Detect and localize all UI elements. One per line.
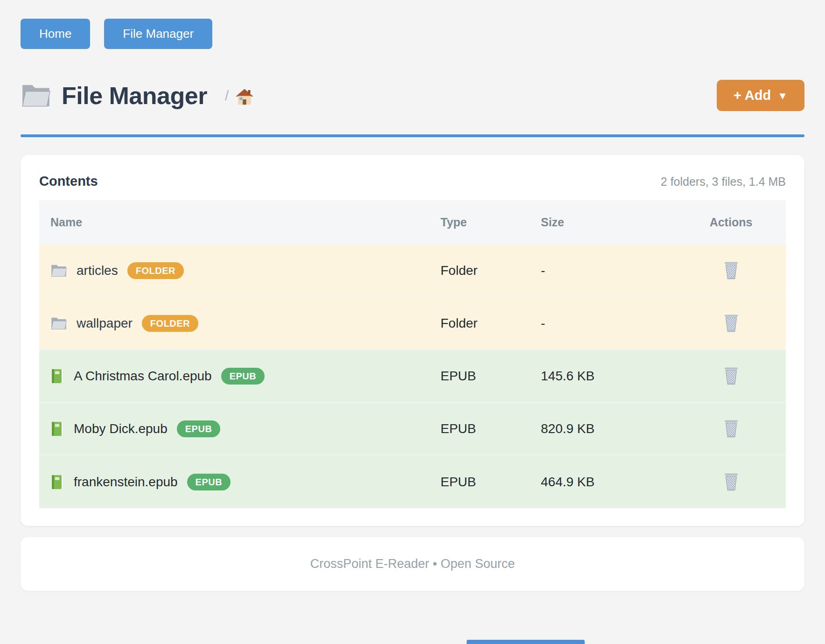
table-row: Moby Dick.epub EPUB EPUB 820.9 KB (39, 403, 786, 455)
row-badge: EPUB (187, 474, 231, 490)
footer-text: CrossPoint E-Reader • Open Source (310, 557, 515, 571)
contents-heading: Contents (39, 174, 98, 189)
house-icon[interactable] (235, 88, 254, 106)
row-size: - (541, 263, 676, 278)
page-title: File Manager (62, 82, 207, 110)
green-book-icon (50, 368, 64, 384)
row-type: EPUB (440, 421, 541, 436)
folder-icon (50, 316, 67, 331)
header-divider (21, 134, 804, 137)
delete-button[interactable] (721, 417, 741, 440)
title-group: File Manager / (21, 82, 254, 110)
footer: CrossPoint E-Reader • Open Source (21, 537, 804, 591)
trash-icon (723, 472, 740, 491)
add-button[interactable]: + Add ▼ (717, 80, 804, 111)
contents-summary: 2 folders, 3 files, 1.4 MB (661, 175, 786, 189)
delete-button[interactable] (721, 470, 741, 493)
row-name-cell: articles FOLDER (39, 262, 440, 279)
chevron-down-icon: ▼ (777, 90, 788, 102)
folder-icon (21, 83, 51, 108)
trash-icon (723, 314, 740, 333)
green-book-icon (50, 421, 64, 437)
page-header: File Manager / + Add ▼ (21, 80, 804, 111)
row-actions-cell (676, 470, 786, 493)
contents-card-header: Contents 2 folders, 3 files, 1.4 MB (39, 174, 786, 189)
clipped-bottom-element (467, 640, 585, 644)
table-row: wallpaper FOLDER Folder - (39, 297, 786, 350)
folder-icon (50, 263, 67, 278)
row-size: - (541, 316, 676, 331)
row-badge: FOLDER (142, 315, 198, 332)
row-size: 820.9 KB (541, 421, 676, 436)
row-actions-cell (676, 417, 786, 440)
row-name-label[interactable]: Moby Dick.epub (74, 421, 168, 436)
row-name-label[interactable]: A Christmas Carol.epub (74, 369, 212, 384)
row-actions-cell (676, 259, 786, 282)
row-type: EPUB (440, 475, 541, 490)
row-name-cell: wallpaper FOLDER (39, 315, 440, 332)
row-actions-cell (676, 312, 786, 335)
contents-card: Contents 2 folders, 3 files, 1.4 MB Name… (21, 155, 804, 526)
file-table: Name Type Size Actions articles FOLDER F… (39, 200, 786, 508)
table-header-row: Name Type Size Actions (39, 200, 786, 245)
table-body: articles FOLDER Folder - (39, 245, 786, 508)
table-row: A Christmas Carol.epub EPUB EPUB 145.6 K… (39, 350, 786, 403)
row-name-cell: frankenstein.epub EPUB (39, 474, 440, 490)
row-type: Folder (440, 316, 541, 331)
row-name-label[interactable]: frankenstein.epub (74, 475, 178, 490)
column-header-size: Size (541, 216, 676, 229)
table-row: articles FOLDER Folder - (39, 245, 786, 297)
top-nav: Home File Manager (21, 0, 804, 49)
green-book-icon (50, 474, 64, 490)
delete-button[interactable] (721, 364, 741, 387)
column-header-actions: Actions (676, 216, 786, 229)
add-button-label: + Add (734, 88, 771, 103)
row-type: EPUB (440, 369, 541, 384)
row-badge: EPUB (177, 420, 221, 437)
row-size: 145.6 KB (541, 369, 676, 384)
row-name-cell: Moby Dick.epub EPUB (39, 420, 440, 437)
column-header-name: Name (39, 216, 440, 229)
trash-icon (723, 261, 740, 280)
delete-button[interactable] (721, 259, 741, 282)
table-row: frankenstein.epub EPUB EPUB 464.9 KB (39, 455, 786, 508)
trash-icon (723, 419, 740, 438)
row-actions-cell (676, 364, 786, 387)
row-size: 464.9 KB (541, 475, 676, 490)
breadcrumb-separator: / (225, 88, 229, 104)
row-name-label[interactable]: articles (77, 263, 118, 278)
row-badge: FOLDER (127, 262, 184, 279)
column-header-type: Type (440, 216, 541, 229)
trash-icon (723, 366, 740, 385)
row-name-label[interactable]: wallpaper (77, 316, 133, 331)
row-type: Folder (440, 263, 541, 278)
delete-button[interactable] (721, 312, 741, 335)
row-name-cell: A Christmas Carol.epub EPUB (39, 368, 440, 385)
nav-file-manager-button[interactable]: File Manager (104, 19, 212, 49)
nav-home-button[interactable]: Home (21, 19, 90, 49)
row-badge: EPUB (221, 368, 265, 385)
